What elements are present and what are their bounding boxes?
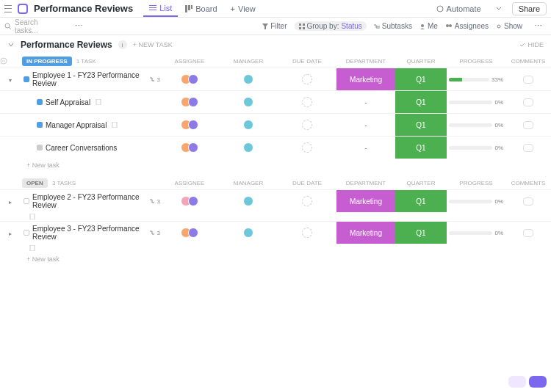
expand-icon[interactable]: ▸ — [9, 231, 12, 237]
expand-icon[interactable]: ▸ — [9, 199, 12, 206]
col-comm[interactable]: COMMENTS — [505, 180, 551, 186]
progress-cell[interactable]: 0% — [447, 230, 505, 236]
manager-cell[interactable] — [219, 142, 278, 153]
status-square[interactable] — [24, 198, 29, 204]
due-date-cell[interactable] — [302, 120, 312, 130]
department-cell[interactable]: Marketing — [336, 222, 395, 244]
col-assignee[interactable]: ASSIGNEE — [160, 58, 219, 65]
department-cell[interactable]: Marketing — [336, 68, 395, 90]
fab-secondary[interactable] — [508, 376, 526, 388]
due-date-cell[interactable] — [302, 97, 312, 107]
assignee-cell[interactable] — [160, 228, 219, 238]
add-task-header[interactable]: + NEW TASK — [133, 41, 173, 48]
subtask-row[interactable]: Manager Appraisal - Q1 0% — [0, 113, 551, 136]
quarter-cell[interactable]: Q1 — [395, 68, 447, 90]
automate-button[interactable]: Automate — [432, 3, 486, 15]
status-square[interactable] — [24, 76, 29, 82]
doc-icon[interactable] — [29, 245, 35, 251]
department-cell[interactable]: Marketing — [336, 190, 395, 212]
assignee-cell[interactable] — [160, 74, 219, 84]
due-date-cell[interactable] — [302, 228, 312, 238]
col-dept[interactable]: DEPARTMENT — [336, 58, 395, 65]
department-cell[interactable]: - — [336, 121, 395, 129]
assignee-cell[interactable] — [160, 97, 219, 107]
col-prog[interactable]: PROGRESS — [447, 180, 505, 186]
col-manager[interactable]: MANAGER — [219, 180, 278, 186]
status-pill-in-progress[interactable]: IN PROGRESS — [22, 57, 72, 66]
tab-list[interactable]: List — [143, 1, 178, 17]
app-logo-icon[interactable] — [18, 4, 28, 14]
info-icon[interactable]: i — [118, 40, 127, 49]
quarter-cell[interactable]: Q1 — [395, 190, 447, 212]
subtask-row[interactable]: Self Appraisal - Q1 0% — [0, 90, 551, 113]
due-date-cell[interactable] — [302, 74, 312, 84]
subtasks-button[interactable]: Subtasks — [374, 22, 412, 30]
comment-icon[interactable] — [523, 98, 533, 106]
assignee-cell[interactable] — [160, 196, 219, 206]
status-square[interactable] — [24, 230, 29, 236]
quarter-cell[interactable]: Q1 — [395, 137, 447, 159]
progress-cell[interactable]: 33% — [447, 76, 505, 83]
manager-cell[interactable] — [219, 196, 278, 206]
search-more[interactable]: ⋯ — [71, 20, 87, 32]
automate-dropdown[interactable] — [491, 5, 506, 12]
hide-button[interactable]: HIDE — [519, 41, 544, 48]
subtask-row[interactable]: Career Conversations - Q1 0% — [0, 136, 551, 159]
group-by-button[interactable]: Group by: Status — [295, 21, 367, 31]
quarter-cell[interactable]: Q1 — [395, 91, 447, 113]
new-task-button[interactable]: + New task — [0, 253, 551, 266]
quarter-cell[interactable]: Q1 — [395, 114, 447, 136]
comment-icon[interactable] — [523, 197, 533, 206]
fab-primary[interactable] — [529, 376, 547, 388]
col-qtr[interactable]: QUARTER — [395, 180, 447, 186]
comment-icon[interactable] — [523, 76, 533, 84]
col-qtr[interactable]: QUARTER — [395, 58, 447, 65]
share-button[interactable]: Share — [512, 2, 547, 15]
menu-icon[interactable] — [4, 5, 12, 12]
col-prog[interactable]: PROGRESS — [447, 58, 505, 65]
comment-icon[interactable] — [523, 144, 533, 152]
col-manager[interactable]: MANAGER — [219, 58, 278, 65]
status-square[interactable] — [37, 122, 43, 128]
more-button[interactable]: ⋯ — [530, 20, 547, 32]
comment-icon[interactable] — [523, 121, 533, 129]
assignees-button[interactable]: Assignees — [445, 22, 489, 30]
manager-cell[interactable] — [219, 74, 278, 84]
expand-icon[interactable]: ▾ — [9, 77, 12, 84]
status-square[interactable] — [37, 145, 43, 150]
department-cell[interactable]: - — [336, 98, 395, 106]
task-row[interactable]: ▸ Employee 2 - FY23 Performance Review 3… — [0, 189, 551, 212]
task-row[interactable]: ▸ Employee 3 - FY23 Performance Review 3… — [0, 221, 551, 244]
collapse-icon[interactable] — [0, 57, 7, 65]
department-cell[interactable]: - — [336, 144, 395, 152]
progress-cell[interactable]: 0% — [447, 198, 505, 205]
tab-add-view[interactable]: + View — [225, 1, 262, 17]
tab-board[interactable]: Board — [179, 1, 223, 17]
assignee-cell[interactable] — [160, 142, 219, 153]
status-square[interactable] — [37, 99, 43, 105]
chevron-down-icon[interactable] — [7, 41, 15, 48]
manager-cell[interactable] — [219, 97, 278, 107]
filter-button[interactable]: Filter — [262, 22, 287, 30]
col-due[interactable]: DUE DATE — [278, 58, 336, 65]
col-assignee[interactable]: ASSIGNEE — [160, 180, 219, 186]
me-button[interactable]: Me — [419, 22, 438, 30]
due-date-cell[interactable] — [302, 196, 312, 206]
manager-cell[interactable] — [219, 120, 278, 130]
comment-icon[interactable] — [523, 229, 533, 237]
progress-cell[interactable]: 0% — [447, 145, 505, 151]
search-input[interactable]: Search tasks... — [4, 18, 63, 35]
progress-cell[interactable]: 0% — [447, 122, 505, 128]
assignee-cell[interactable] — [160, 120, 219, 130]
quarter-cell[interactable]: Q1 — [395, 222, 447, 244]
progress-cell[interactable]: 0% — [447, 99, 505, 106]
task-row[interactable]: ▾ Employee 1 - FY23 Performance Review 3… — [0, 68, 551, 90]
col-due[interactable]: DUE DATE — [278, 180, 336, 186]
doc-icon[interactable] — [29, 214, 35, 219]
col-dept[interactable]: DEPARTMENT — [336, 180, 395, 186]
due-date-cell[interactable] — [302, 142, 312, 153]
new-task-button[interactable]: + New task — [0, 159, 551, 172]
show-button[interactable]: Show — [496, 22, 522, 30]
manager-cell[interactable] — [219, 228, 278, 238]
status-pill-open[interactable]: OPEN — [22, 178, 48, 188]
